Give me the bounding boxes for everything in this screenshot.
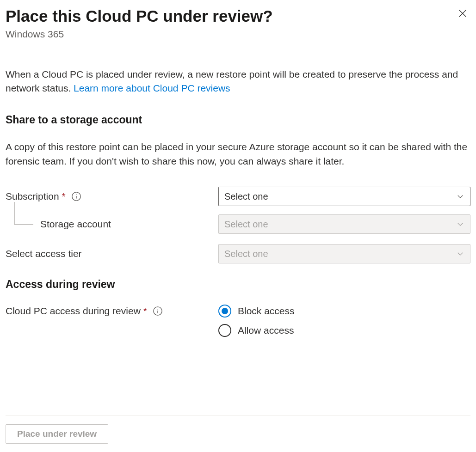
required-indicator: * bbox=[143, 305, 147, 317]
subscription-placeholder: Select one bbox=[224, 191, 268, 202]
radio-block-label: Block access bbox=[238, 305, 295, 317]
storage-account-dropdown: Select one bbox=[218, 214, 470, 234]
radio-allow-access[interactable]: Allow access bbox=[218, 324, 470, 337]
intro-paragraph: When a Cloud PC is placed under review, … bbox=[6, 67, 470, 96]
info-icon[interactable] bbox=[71, 191, 81, 202]
radio-allow-label: Allow access bbox=[238, 325, 294, 336]
subscription-dropdown[interactable]: Select one bbox=[218, 187, 470, 206]
share-section-description: A copy of this restore point can be plac… bbox=[6, 140, 470, 168]
access-during-review-label: Cloud PC access during review bbox=[6, 305, 141, 317]
indent-connector bbox=[14, 202, 33, 225]
svg-point-7 bbox=[157, 309, 158, 309]
close-button[interactable] bbox=[455, 6, 470, 23]
chevron-down-icon bbox=[456, 250, 464, 258]
place-under-review-button[interactable]: Place under review bbox=[6, 424, 108, 444]
share-section-heading: Share to a storage account bbox=[6, 114, 470, 126]
dialog-title: Place this Cloud PC under review? bbox=[6, 6, 273, 27]
required-indicator: * bbox=[62, 191, 66, 202]
access-tier-label: Select access tier bbox=[6, 248, 82, 259]
info-icon[interactable] bbox=[153, 306, 163, 316]
dialog-subtitle: Windows 365 bbox=[6, 29, 470, 40]
storage-account-placeholder: Select one bbox=[224, 219, 268, 230]
access-tier-placeholder: Select one bbox=[224, 249, 268, 259]
svg-point-4 bbox=[76, 194, 76, 195]
radio-indicator bbox=[218, 324, 231, 337]
access-section-heading: Access during review bbox=[6, 278, 470, 291]
chevron-down-icon bbox=[456, 192, 464, 201]
radio-block-access[interactable]: Block access bbox=[218, 305, 470, 318]
radio-indicator-selected bbox=[218, 305, 231, 318]
storage-account-label: Storage account bbox=[40, 219, 111, 230]
close-icon bbox=[457, 8, 468, 20]
learn-more-link[interactable]: Learn more about Cloud PC reviews bbox=[74, 83, 230, 93]
subscription-label: Subscription bbox=[6, 191, 59, 202]
chevron-down-icon bbox=[456, 220, 464, 228]
access-tier-dropdown: Select one bbox=[218, 244, 470, 263]
